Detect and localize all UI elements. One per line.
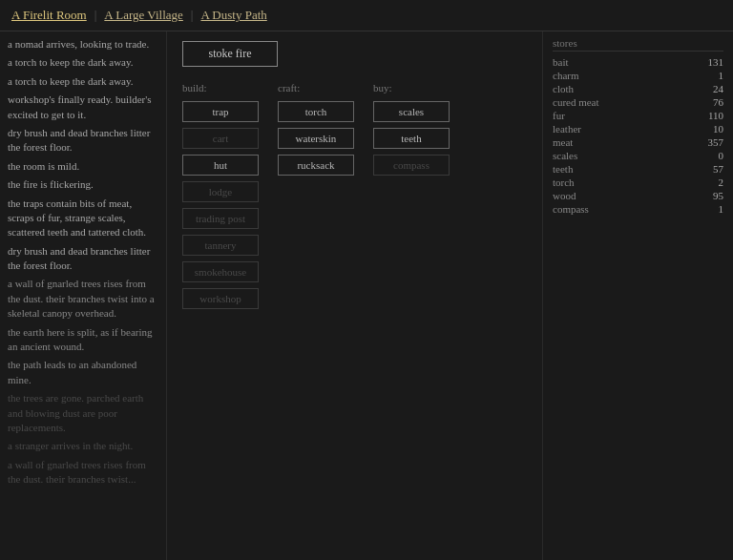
log-entry: a torch to keep the dark away. xyxy=(8,55,158,70)
tab-firelit-room[interactable]: A Firelit Room xyxy=(11,8,87,23)
store-item-value: 1 xyxy=(719,70,724,81)
store-item-name: wood xyxy=(553,190,576,201)
build-button-lodge: lodge xyxy=(182,181,259,202)
store-row-scales: scales0 xyxy=(553,149,723,162)
store-item-name: leather xyxy=(553,123,581,135)
store-item-value: 95 xyxy=(713,190,723,201)
buy-button-compass: compass xyxy=(373,155,450,176)
store-row-leather: leather10 xyxy=(553,122,723,135)
store-item-value: 1 xyxy=(719,203,724,215)
craft-button-rucksack[interactable]: rucksack xyxy=(278,155,354,176)
build-button-hut[interactable]: hut xyxy=(182,155,259,176)
store-item-value: 24 xyxy=(713,83,723,94)
stores-panel: stores bait131charm1cloth24cured meat76f… xyxy=(542,31,733,560)
store-item-name: meat xyxy=(553,136,573,148)
log-entry: the earth here is split, as if bearing a… xyxy=(8,325,158,355)
buy-column: buy: scalesteethcompass xyxy=(373,82,450,309)
log-entry: a nomad arrives, looking to trade. xyxy=(8,37,158,52)
stores-title: stores xyxy=(553,37,723,52)
log-entry: dry brush and dead branches litter the f… xyxy=(8,244,158,274)
craft-label: craft: xyxy=(278,82,354,93)
log-entry: dry brush and dead branches litter the f… xyxy=(8,126,158,156)
buy-button-teeth[interactable]: teeth xyxy=(373,128,450,149)
log-entry: a wall of gnarled trees rises from the d… xyxy=(8,458,158,487)
tab-large-village[interactable]: A Large Village xyxy=(104,8,183,23)
log-entry: the path leads to an abandoned mine. xyxy=(8,358,158,387)
store-item-value: 357 xyxy=(708,136,724,148)
store-item-name: compass xyxy=(553,203,589,215)
store-item-name: cured meat xyxy=(553,96,599,108)
stoke-fire-button[interactable]: stoke fire xyxy=(182,41,278,67)
store-item-name: teeth xyxy=(553,163,573,175)
store-item-value: 110 xyxy=(708,110,723,121)
build-label: build: xyxy=(182,82,259,93)
log-entry: the fire is flickering. xyxy=(8,177,158,192)
separator-2: | xyxy=(191,8,194,23)
main-layout: a nomad arrives, looking to trade.a torc… xyxy=(0,31,733,560)
store-item-value: 131 xyxy=(708,56,724,68)
store-row-charm: charm1 xyxy=(553,69,723,82)
build-button-workshop: workshop xyxy=(182,288,259,309)
header: A Firelit Room | A Large Village | A Dus… xyxy=(0,0,733,31)
store-item-name: bait xyxy=(553,56,569,68)
craft-button-torch[interactable]: torch xyxy=(278,101,354,122)
action-columns: build: trapcarthutlodgetrading posttanne… xyxy=(182,82,527,309)
store-item-value: 57 xyxy=(713,163,723,175)
store-item-name: scales xyxy=(553,150,577,161)
log-entry: a torch to keep the dark away. xyxy=(8,74,158,89)
store-row-cured-meat: cured meat76 xyxy=(553,95,723,109)
store-item-value: 0 xyxy=(719,150,724,161)
store-item-name: cloth xyxy=(553,83,574,94)
store-row-meat: meat357 xyxy=(553,135,723,149)
build-column: build: trapcarthutlodgetrading posttanne… xyxy=(182,82,259,309)
store-item-value: 2 xyxy=(719,176,724,188)
store-row-compass: compass1 xyxy=(553,202,723,216)
build-button-smokehouse: smokehouse xyxy=(182,261,259,282)
log-entry: the traps contain bits of meat, scraps o… xyxy=(8,197,158,240)
buy-label: buy: xyxy=(373,82,450,93)
store-row-torch: torch2 xyxy=(553,176,723,189)
tab-dusty-path[interactable]: A Dusty Path xyxy=(200,8,266,23)
store-row-cloth: cloth24 xyxy=(553,82,723,95)
store-item-name: fur xyxy=(553,110,565,121)
log-panel: a nomad arrives, looking to trade.a torc… xyxy=(0,31,167,560)
store-row-wood: wood95 xyxy=(553,189,723,202)
log-entry: the room is mild. xyxy=(8,159,158,174)
build-button-trading-post: trading post xyxy=(182,208,259,229)
buy-button-scales[interactable]: scales xyxy=(373,101,450,122)
craft-button-waterskin[interactable]: waterskin xyxy=(278,128,354,149)
store-row-bait: bait131 xyxy=(553,55,723,69)
store-item-value: 10 xyxy=(713,123,723,135)
store-item-value: 76 xyxy=(713,96,723,108)
store-row-teeth: teeth57 xyxy=(553,162,723,176)
store-item-name: charm xyxy=(553,70,578,81)
middle-panel: stoke fire build: trapcarthutlodgetradin… xyxy=(167,31,542,560)
store-row-fur: fur110 xyxy=(553,109,723,122)
log-entry: a wall of gnarled trees rises from the d… xyxy=(8,277,158,321)
log-entry: workshop's finally ready. builder's exci… xyxy=(8,93,158,122)
build-button-tannery: tannery xyxy=(182,235,259,256)
separator-1: | xyxy=(94,8,97,23)
craft-column: craft: torchwaterskinrucksack xyxy=(278,82,354,309)
build-button-cart: cart xyxy=(182,128,259,149)
store-item-name: torch xyxy=(553,176,575,188)
log-entry: the trees are gone. parched earth and bl… xyxy=(8,391,158,435)
log-entry: a stranger arrives in the night. xyxy=(8,439,158,453)
build-button-trap[interactable]: trap xyxy=(182,101,259,122)
